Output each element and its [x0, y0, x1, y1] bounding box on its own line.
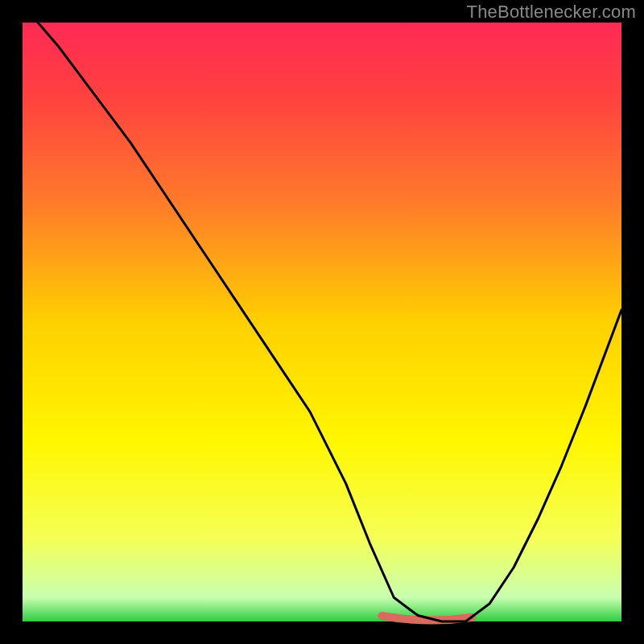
chart-container: { "attribution": "TheBottlenecker.com", … — [0, 0, 644, 644]
attribution-text: TheBottlenecker.com — [467, 2, 636, 23]
chart-svg — [0, 0, 644, 644]
